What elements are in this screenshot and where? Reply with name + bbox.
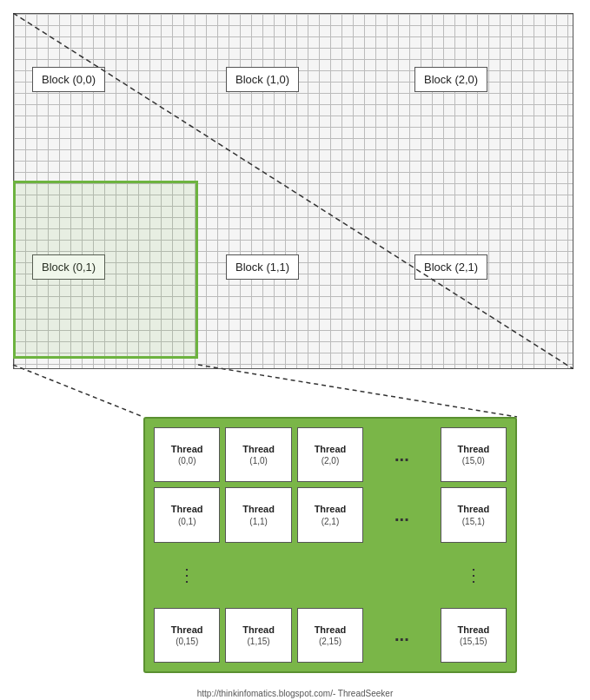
thread-cell-15-0: Thread(15,0) [441, 427, 507, 482]
thread-cell-0-1: Thread(0,1) [154, 487, 220, 542]
thread-vdots-right: ⋮ [441, 548, 507, 603]
svg-line-1 [198, 365, 517, 417]
thread-grid-container: Thread(0,0) Thread(1,0) Thread(2,0) ... … [143, 417, 517, 673]
thread-cell-15-15: Thread(15,15) [441, 608, 507, 663]
thread-cell-1-15: Thread(1,15) [225, 608, 291, 663]
block-label-11: Block (1,1) [226, 254, 299, 280]
watermark: http://thinkinfomatics.blogspot.com/- Th… [0, 689, 590, 698]
block-highlight-01 [13, 181, 198, 359]
thread-cell-2-15: Thread(2,15) [297, 608, 363, 663]
thread-cell-1-0: Thread(1,0) [225, 427, 291, 482]
block-label-10: Block (1,0) [226, 67, 299, 92]
block-label-00: Block (0,0) [32, 67, 105, 92]
thread-empty-3 [368, 548, 434, 603]
thread-cell-2-0: Thread(2,0) [297, 427, 363, 482]
thread-cell-1-1: Thread(1,1) [225, 487, 291, 542]
thread-empty-2 [297, 548, 363, 603]
thread-cell-0-15: Thread(0,15) [154, 608, 220, 663]
thread-cell-15-1: Thread(15,1) [441, 487, 507, 542]
thread-vdots-left: ⋮ [154, 548, 220, 603]
thread-dots-row0: ... [368, 427, 434, 482]
block-grid: Block (0,0) Block (1,0) Block (2,0) Bloc… [13, 13, 573, 369]
thread-grid: Thread(0,0) Thread(1,0) Thread(2,0) ... … [154, 427, 507, 663]
svg-line-0 [13, 365, 143, 417]
main-container: Block (0,0) Block (1,0) Block (2,0) Bloc… [0, 0, 590, 700]
thread-cell-0-0: Thread(0,0) [154, 427, 220, 482]
thread-cell-2-1: Thread(2,1) [297, 487, 363, 542]
block-label-20: Block (2,0) [414, 67, 487, 92]
thread-dots-row3: ... [368, 608, 434, 663]
thread-dots-row1: ... [368, 487, 434, 542]
block-label-21: Block (2,1) [414, 254, 487, 280]
thread-empty-1 [225, 548, 291, 603]
